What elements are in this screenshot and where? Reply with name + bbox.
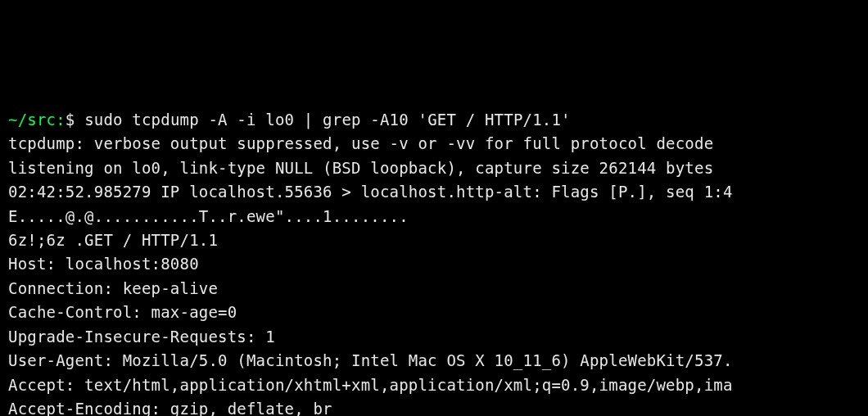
prompt-line: ~/src:$ sudo tcpdump -A -i lo0 | grep -A… <box>8 108 860 132</box>
prompt-path: ~/src: <box>8 111 66 129</box>
output-line: Cache-Control: max-age=0 <box>8 301 860 324</box>
command-text <box>75 111 84 129</box>
output-line: 6z!;6z .GET / HTTP/1.1 <box>8 228 860 252</box>
output-line: tcpdump: verbose output suppressed, use … <box>8 132 860 156</box>
output-line: Connection: keep-alive <box>8 277 860 301</box>
output-line: Accept-Encoding: gzip, deflate, br <box>8 397 860 416</box>
output-line: User-Agent: Mozilla/5.0 (Macintosh; Inte… <box>8 349 860 373</box>
command: sudo tcpdump -A -i lo0 | grep -A10 'GET … <box>84 111 571 129</box>
output-line: Host: localhost:8080 <box>8 252 860 276</box>
output-line: Upgrade-Insecure-Requests: 1 <box>8 325 860 349</box>
output-line: Accept: text/html,application/xhtml+xml,… <box>8 373 860 397</box>
prompt-dollar: $ <box>66 111 75 129</box>
output-line: E.....@.@...........T..r.ewe"....1......… <box>8 205 860 228</box>
terminal[interactable]: ~/src:$ sudo tcpdump -A -i lo0 | grep -A… <box>8 108 860 416</box>
output-line: 02:42:52.985279 IP localhost.55636 > loc… <box>8 180 860 204</box>
output-line: listening on lo0, link-type NULL (BSD lo… <box>8 156 860 180</box>
